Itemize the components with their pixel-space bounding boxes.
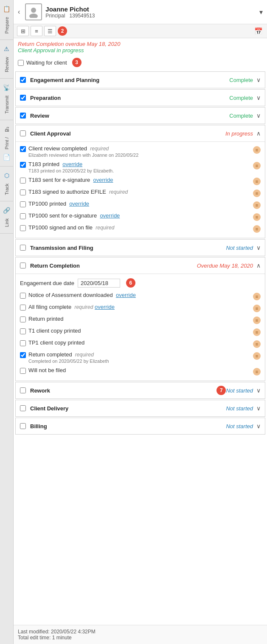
task-t183-efile-checkbox[interactable] xyxy=(20,189,26,195)
sidebar-section-review[interactable]: ⚠ Review xyxy=(0,40,13,79)
section-preparation-chevron[interactable] xyxy=(256,94,261,101)
toolbar-grid-button[interactable]: ⊞ xyxy=(17,26,29,36)
section-billing-checkbox[interactable] xyxy=(20,423,26,429)
section-transmission-chevron[interactable] xyxy=(256,244,261,251)
sidebar-label-print[interactable]: Print / xyxy=(4,135,9,152)
sidebar-section-link[interactable]: 🔗 Link xyxy=(0,201,13,233)
sidebar-section-transmit[interactable]: 📡 Transmit xyxy=(0,79,13,120)
sidebar-label-link[interactable]: Link xyxy=(4,216,9,229)
section-return-completion-header[interactable]: Return Completion Overdue May 18, 2020 xyxy=(16,257,265,274)
section-client-approval-chevron[interactable] xyxy=(256,130,261,137)
waiting-label: Waiting for client xyxy=(26,59,67,66)
sidebar-label-prepare[interactable]: Prepare xyxy=(4,14,9,36)
task-info-icon-4[interactable]: ≡ xyxy=(253,146,261,154)
task-tp1000-printed-override[interactable]: override xyxy=(69,201,89,207)
task-info-icon-t1-client[interactable]: ≡ xyxy=(253,328,261,336)
overdue-status: Return Completion overdue May 18, 2020 xyxy=(18,41,263,47)
task-info-icon-will-not-filed[interactable]: ≡ xyxy=(253,368,261,376)
section-return-completion-chevron[interactable] xyxy=(256,262,261,269)
task-all-filing-override[interactable]: override xyxy=(95,304,115,310)
section-preparation-checkbox[interactable] xyxy=(20,95,26,101)
task-tp1000-esig-override[interactable]: override xyxy=(100,212,120,219)
section-rework-chevron[interactable] xyxy=(256,387,261,394)
section-engagement-chevron[interactable] xyxy=(256,76,261,83)
task-tp1-client-copy: TP1 client copy printed ≡ xyxy=(20,338,261,350)
sidebar-section-print[interactable]: 🖨 Print / 📄 xyxy=(0,120,13,167)
task-t1-client-copy-checkbox[interactable] xyxy=(20,328,26,334)
task-tp1000-signed-checkbox[interactable] xyxy=(20,225,26,231)
task-will-not-filed: Will not be filed ≡ xyxy=(20,365,261,377)
toolbar-list-button[interactable]: ≡ xyxy=(31,26,42,36)
client-role-id: Principal 139549513 xyxy=(45,13,256,19)
sidebar-icon-link: 🔗 xyxy=(2,206,11,215)
sidebar-section-prepare[interactable]: 📋 Prepare xyxy=(0,0,13,40)
section-rework-header[interactable]: Rework 7 Not started xyxy=(16,382,265,398)
sidebar-label-transmit[interactable]: Transmit xyxy=(4,93,9,116)
task-tp1000-printed-checkbox[interactable] xyxy=(20,201,26,207)
task-info-icon-return-completed[interactable]: ≡ xyxy=(253,352,261,360)
section-review-checkbox[interactable] xyxy=(20,113,26,119)
client-name: Joanne Pichot xyxy=(45,6,256,13)
sidebar-label-review[interactable]: Review xyxy=(4,54,9,75)
task-tp1000-esig-checkbox[interactable] xyxy=(20,213,26,219)
section-return-completion-checkbox[interactable] xyxy=(20,263,26,268)
section-preparation-header[interactable]: Preparation Complete xyxy=(16,90,265,106)
section-engagement-checkbox[interactable] xyxy=(20,77,26,83)
task-notice-assessment: Notice of Assessment downloaded override… xyxy=(20,290,261,302)
section-review-title: Review xyxy=(30,113,229,119)
section-transmission: Transmission and Filing Not started xyxy=(15,239,265,256)
task-will-not-filed-checkbox[interactable] xyxy=(20,368,26,374)
task-tp1000-printed-label: TP1000 printed override xyxy=(28,201,89,207)
task-t183-efile-content: T183 signed to authorize EFILE required xyxy=(28,189,250,195)
sidebar-icon-review: ⚠ xyxy=(2,44,11,54)
task-client-review-checkbox[interactable] xyxy=(20,146,26,152)
sidebar-icon-print2: 📄 xyxy=(2,153,11,162)
section-client-approval-header[interactable]: Client Approval In progress xyxy=(16,125,265,141)
task-info-icon-tp1000-printed[interactable]: ≡ xyxy=(253,201,261,209)
section-client-delivery-header[interactable]: Client Delivery Not started xyxy=(16,400,265,416)
task-return-printed-checkbox[interactable] xyxy=(20,316,26,322)
toolbar-check-button[interactable]: ☰ xyxy=(44,26,56,36)
task-t183-printed-override[interactable]: override xyxy=(62,161,82,167)
section-client-approval-checkbox[interactable] xyxy=(20,130,26,136)
task-info-icon-t183-esig[interactable]: ≡ xyxy=(253,178,261,185)
waiting-checkbox[interactable] xyxy=(18,60,24,66)
calendar-icon[interactable]: 📅 xyxy=(253,26,264,36)
due-date-label: Engagement due date xyxy=(20,280,74,286)
due-date-input[interactable] xyxy=(78,279,120,288)
section-client-delivery-chevron[interactable] xyxy=(256,405,261,412)
task-info-icon-t183-efile[interactable]: ≡ xyxy=(253,189,261,197)
sidebar-label-track[interactable]: Track xyxy=(4,181,9,198)
section-engagement-header[interactable]: Engagement and Planning Complete xyxy=(16,72,265,88)
task-info-icon-all-filing[interactable]: ≡ xyxy=(253,305,261,312)
task-t183-esig-override[interactable]: override xyxy=(93,177,113,183)
task-t183-esig-checkbox[interactable] xyxy=(20,178,26,184)
task-notice-assessment-override[interactable]: override xyxy=(116,292,136,298)
task-return-completed-checkbox[interactable] xyxy=(20,352,26,358)
task-notice-assessment-checkbox[interactable] xyxy=(20,293,26,299)
header-info: Joanne Pichot Principal 139549513 xyxy=(45,6,256,19)
task-info-icon-tp1000-signed[interactable]: ≡ xyxy=(253,225,261,233)
section-transmission-header[interactable]: Transmission and Filing Not started xyxy=(16,240,265,256)
task-t183-printed-checkbox[interactable] xyxy=(20,162,26,168)
section-review-chevron[interactable] xyxy=(256,112,261,119)
section-transmission-checkbox[interactable] xyxy=(20,245,26,251)
task-info-icon-return-printed[interactable]: ≡ xyxy=(253,316,261,324)
task-info-icon-notice[interactable]: ≡ xyxy=(253,293,261,300)
task-tp1000-printed-content: TP1000 printed override xyxy=(28,201,250,207)
section-billing-header[interactable]: Billing Not started xyxy=(16,418,265,434)
section-client-delivery-checkbox[interactable] xyxy=(20,405,26,411)
back-button[interactable]: ‹ xyxy=(18,8,20,16)
sidebar-section-track[interactable]: ⬡ Track xyxy=(0,167,13,201)
task-info-icon-tp1-client[interactable]: ≡ xyxy=(253,340,261,348)
task-all-filing-checkbox[interactable] xyxy=(20,305,26,311)
header-dropdown[interactable]: ▾ xyxy=(259,8,263,16)
task-info-icon-tp1000-esig[interactable]: ≡ xyxy=(253,213,261,221)
section-billing-chevron[interactable] xyxy=(256,423,261,429)
sidebar-icon-transmit: 📡 xyxy=(2,83,11,92)
section-client-approval-body: Client review completed required Elizabe… xyxy=(16,141,265,238)
section-review-header[interactable]: Review Complete xyxy=(16,107,265,124)
section-rework-checkbox[interactable] xyxy=(20,387,26,393)
task-tp1-client-copy-checkbox[interactable] xyxy=(20,340,26,346)
task-info-icon-t183-printed[interactable]: ≡ xyxy=(253,162,261,169)
